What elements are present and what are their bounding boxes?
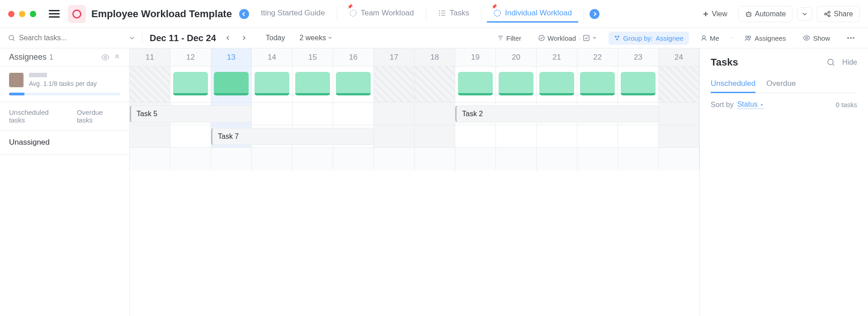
workload-cell[interactable]: [333, 66, 374, 102]
assignees-button[interactable]: Assignees: [739, 32, 791, 45]
calendar-cell[interactable]: [130, 125, 170, 147]
calendar-cell[interactable]: [252, 103, 292, 125]
workload-block[interactable]: [295, 72, 330, 95]
calendar-cell[interactable]: [415, 103, 455, 125]
task-bar[interactable]: Task 2: [455, 105, 659, 123]
tab-getting-started[interactable]: tting Started Guide: [255, 5, 331, 23]
workload-cell[interactable]: [374, 66, 415, 102]
menu-icon[interactable]: [46, 7, 62, 20]
workload-block[interactable]: [621, 72, 656, 95]
search-input[interactable]: [19, 34, 126, 42]
next-period-button[interactable]: [238, 32, 250, 44]
calendar-cell[interactable]: [292, 103, 333, 125]
calendar-cell[interactable]: [537, 125, 577, 147]
workload-block[interactable]: [580, 72, 615, 95]
group-by-button[interactable]: Group by: Assignee: [609, 32, 689, 45]
calendar-cell[interactable]: [577, 125, 618, 147]
share-button[interactable]: Share: [817, 6, 860, 22]
tab-tasks[interactable]: Tasks: [432, 5, 476, 23]
prev-period-button[interactable]: [222, 32, 234, 44]
tab-team-workload[interactable]: 📌 Team Workload: [343, 5, 420, 23]
assignee-row[interactable]: Avg. 1.1/8 tasks per day: [0, 66, 129, 102]
checkbox-icon[interactable]: [583, 35, 590, 41]
calendar-cell[interactable]: [374, 103, 415, 125]
search-icon[interactable]: [827, 58, 835, 66]
workload-cell[interactable]: [415, 66, 455, 102]
svg-point-18: [618, 36, 619, 38]
today-button[interactable]: Today: [266, 34, 285, 42]
calendar-cell[interactable]: [618, 125, 659, 147]
visibility-icon[interactable]: [101, 54, 109, 61]
calendar-cell[interactable]: [374, 125, 415, 147]
workload-block[interactable]: [499, 72, 533, 95]
close-window-icon[interactable]: [8, 11, 14, 17]
calendar-cell[interactable]: [496, 125, 537, 147]
calendar-cell[interactable]: [292, 148, 333, 170]
calendar-cell[interactable]: [170, 148, 211, 170]
workload-button[interactable]: Workload ·: [533, 32, 602, 45]
workload-cell[interactable]: [211, 66, 252, 102]
calendar-cell[interactable]: [537, 148, 577, 170]
workload-cell[interactable]: [170, 66, 211, 102]
chevron-down-icon[interactable]: [129, 35, 135, 41]
maximize-window-icon[interactable]: [30, 11, 36, 17]
unscheduled-tasks-link[interactable]: Unscheduled tasks: [9, 108, 66, 124]
calendar-cell[interactable]: [659, 125, 699, 147]
workload-cell[interactable]: [292, 66, 333, 102]
tab-individual-workload[interactable]: 📌 Individual Workload: [487, 5, 578, 23]
overdue-tasks-link[interactable]: Overdue tasks: [77, 108, 120, 124]
workload-cell[interactable]: [577, 66, 618, 102]
automate-dropdown[interactable]: [797, 7, 812, 21]
calendar-cell[interactable]: [333, 148, 374, 170]
chevron-down-icon[interactable]: [592, 36, 597, 40]
calendar-cell[interactable]: [577, 148, 618, 170]
calendar-cell[interactable]: [333, 103, 374, 125]
view-button[interactable]: View: [696, 6, 733, 22]
sort-selector[interactable]: Status: [737, 100, 764, 109]
show-button[interactable]: Show: [797, 32, 835, 45]
workload-block[interactable]: [255, 72, 289, 95]
calendar-cell[interactable]: [618, 148, 659, 170]
workload-cell[interactable]: [252, 66, 292, 102]
workload-cell[interactable]: [455, 66, 496, 102]
workload-block[interactable]: [214, 72, 249, 95]
workload-cell[interactable]: [659, 66, 699, 102]
calendar-cell[interactable]: [211, 148, 252, 170]
tab-overdue[interactable]: Overdue: [766, 75, 796, 93]
collapse-icon[interactable]: [114, 54, 120, 61]
calendar-cell[interactable]: [659, 148, 699, 170]
calendar-cell[interactable]: [252, 148, 292, 170]
tab-unscheduled[interactable]: Unscheduled: [711, 75, 755, 93]
unassigned-row[interactable]: Unassigned: [0, 131, 129, 155]
minimize-window-icon[interactable]: [19, 11, 25, 17]
calendar-cell[interactable]: [130, 148, 170, 170]
workload-block[interactable]: [336, 72, 371, 95]
calendar-cell[interactable]: [170, 125, 211, 147]
tabs-scroll-right-icon[interactable]: [590, 9, 599, 19]
workload-cell[interactable]: [130, 66, 170, 102]
calendar-cell[interactable]: [496, 148, 537, 170]
calendar-cell[interactable]: [374, 148, 415, 170]
tabs-scroll-left-icon[interactable]: [239, 9, 249, 19]
workload-cell[interactable]: [537, 66, 577, 102]
workload-cell[interactable]: [618, 66, 659, 102]
calendar-cell[interactable]: [415, 148, 455, 170]
calendar-cell[interactable]: [455, 148, 496, 170]
automate-button[interactable]: Automate: [738, 6, 793, 22]
search-box[interactable]: [8, 34, 135, 42]
task-bar[interactable]: Task 5: [130, 105, 252, 123]
me-button[interactable]: Me: [695, 32, 725, 45]
workload-block[interactable]: [458, 72, 493, 95]
hide-panel-button[interactable]: Hide: [842, 58, 857, 66]
calendar-cell[interactable]: [659, 103, 699, 125]
timespan-selector[interactable]: 2 weeks: [299, 34, 332, 42]
workspace-logo[interactable]: [68, 5, 86, 23]
workload-block[interactable]: [173, 72, 208, 95]
workload-cell[interactable]: [496, 66, 537, 102]
calendar-cell[interactable]: [455, 125, 496, 147]
task-bar[interactable]: Task 7: [211, 128, 374, 145]
filter-button[interactable]: Filter: [492, 32, 527, 45]
calendar-cell[interactable]: [415, 125, 455, 147]
more-options-button[interactable]: [842, 34, 860, 42]
workload-block[interactable]: [539, 72, 574, 95]
